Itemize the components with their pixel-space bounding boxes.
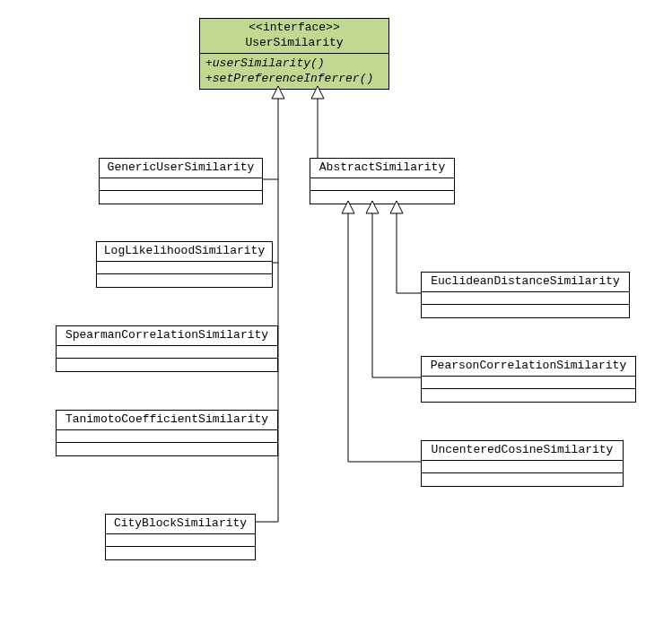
class-title: UncenteredCosineSimilarity xyxy=(422,441,623,461)
class-pearson: PearsonCorrelationSimilarity xyxy=(421,356,636,403)
connector-line xyxy=(397,213,421,293)
connector-line xyxy=(348,213,421,462)
class-name: GenericUserSimilarity xyxy=(105,160,257,176)
class-title: EuclideanDistanceSimilarity xyxy=(422,273,629,292)
class-empty-compartment xyxy=(310,178,454,191)
interface-title: <<interface>> UserSimilarity xyxy=(200,19,388,54)
class-name: EuclideanDistanceSimilarity xyxy=(427,274,624,290)
connector-line xyxy=(372,213,421,377)
class-city-block: CityBlockSimilarity xyxy=(105,514,256,560)
class-empty-compartment xyxy=(57,443,277,455)
class-name: UncenteredCosineSimilarity xyxy=(427,443,617,458)
class-empty-compartment xyxy=(106,547,255,559)
class-abstract-similarity: AbstractSimilarity xyxy=(310,158,455,204)
class-empty-compartment xyxy=(422,377,635,389)
class-title: PearsonCorrelationSimilarity xyxy=(422,357,635,377)
stereotype-label: <<interface>> xyxy=(205,21,383,36)
class-empty-compartment xyxy=(57,359,277,371)
class-euclidean: EuclideanDistanceSimilarity xyxy=(421,272,630,318)
class-empty-compartment xyxy=(100,191,262,204)
class-empty-compartment xyxy=(100,178,262,191)
class-empty-compartment xyxy=(97,274,272,287)
class-empty-compartment xyxy=(310,191,454,204)
class-spearman: SpearmanCorrelationSimilarity xyxy=(56,325,278,372)
class-name: TanimotoCoefficientSimilarity xyxy=(62,412,272,428)
method-item: +setPreferenceInferrer() xyxy=(205,71,383,87)
class-name: SpearmanCorrelationSimilarity xyxy=(62,328,272,343)
class-empty-compartment xyxy=(422,305,629,317)
class-log-likelihood: LogLikelihoodSimilarity xyxy=(96,241,273,288)
class-title: CityBlockSimilarity xyxy=(106,515,255,534)
class-empty-compartment xyxy=(57,346,277,359)
class-uncentered: UncenteredCosineSimilarity xyxy=(421,440,624,487)
class-title: GenericUserSimilarity xyxy=(100,159,262,178)
class-empty-compartment xyxy=(57,430,277,443)
interface-name: UserSimilarity xyxy=(205,36,383,51)
class-name: PearsonCorrelationSimilarity xyxy=(427,359,630,374)
method-item: +userSimilarity() xyxy=(205,56,383,72)
class-empty-compartment xyxy=(106,534,255,547)
class-title: SpearmanCorrelationSimilarity xyxy=(57,326,277,346)
class-title: TanimotoCoefficientSimilarity xyxy=(57,411,277,430)
class-generic-user-similarity: GenericUserSimilarity xyxy=(99,158,263,204)
class-tanimoto: TanimotoCoefficientSimilarity xyxy=(56,410,278,456)
class-title: AbstractSimilarity xyxy=(310,159,454,178)
class-empty-compartment xyxy=(422,292,629,305)
class-empty-compartment xyxy=(422,461,623,473)
class-empty-compartment xyxy=(422,473,623,486)
class-empty-compartment xyxy=(422,389,635,402)
interface-user-similarity: <<interface>> UserSimilarity +userSimila… xyxy=(199,18,389,90)
class-empty-compartment xyxy=(97,262,272,274)
class-title: LogLikelihoodSimilarity xyxy=(97,242,272,262)
class-name: LogLikelihoodSimilarity xyxy=(102,244,266,259)
class-name: AbstractSimilarity xyxy=(316,160,449,176)
class-name: CityBlockSimilarity xyxy=(111,516,249,532)
interface-methods: +userSimilarity() +setPreferenceInferrer… xyxy=(200,54,388,89)
